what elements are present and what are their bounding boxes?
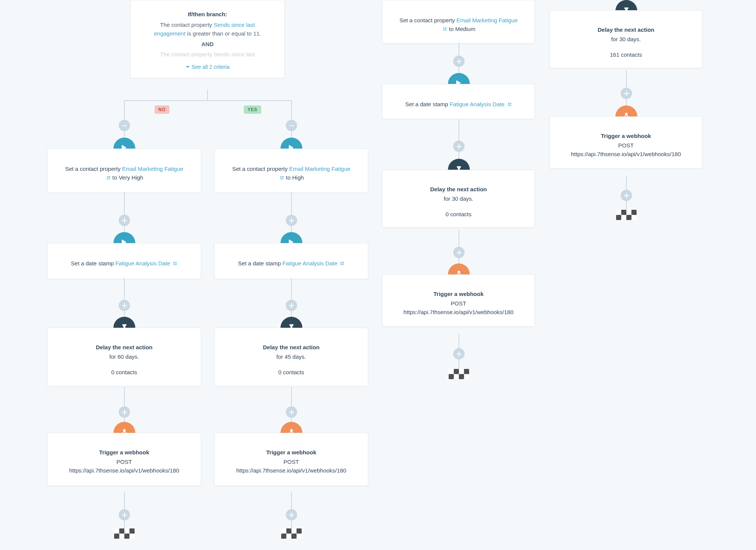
webhook-method: POST (63, 458, 186, 466)
action-set-date-stamp[interactable]: Set a date stamp Fatigue Analysis Date (47, 243, 201, 279)
end-icon (449, 369, 469, 379)
external-link-icon (173, 261, 177, 266)
delay-duration: for 30 days. (565, 35, 687, 44)
add-action-button[interactable] (286, 509, 297, 521)
link-fatigue-analysis-date[interactable]: Fatigue Analysis Date (115, 260, 170, 266)
delay-duration: for 45 days. (230, 353, 353, 361)
add-action-button[interactable] (453, 247, 465, 258)
action-set-property-very-high[interactable]: Set a contact property Email Marketing F… (47, 149, 201, 193)
connector (291, 278, 292, 319)
external-link-icon (443, 27, 447, 31)
link-email-marketing-fatigue[interactable]: Email Marketing Fatigue (289, 166, 350, 172)
add-action-button[interactable] (453, 56, 465, 67)
external-link-icon (106, 175, 111, 180)
connector (291, 192, 292, 234)
add-action-button[interactable] (453, 141, 465, 152)
connector (124, 100, 291, 101)
webhook-url: https://api.7thsense.io/api/v1/webhooks/… (63, 466, 186, 475)
webhook-method: POST (565, 141, 687, 150)
webhook-title: Trigger a webhook (230, 449, 353, 455)
contact-count: 0 contacts (63, 369, 186, 375)
add-action-button[interactable] (621, 190, 632, 201)
delay-title: Delay the next action (63, 344, 186, 350)
add-action-button[interactable] (119, 509, 130, 521)
action-delay-30[interactable]: Delay the next action for 30 days. 0 con… (382, 170, 535, 228)
webhook-title: Trigger a webhook (565, 133, 687, 139)
connector (124, 100, 125, 117)
delay-title: Delay the next action (230, 344, 353, 350)
delay-duration: for 30 days. (398, 195, 519, 203)
webhook-title: Trigger a webhook (398, 291, 519, 297)
add-action-button[interactable] (621, 88, 632, 99)
link-fatigue-analysis-date[interactable]: Fatigue Analysis Date (450, 101, 505, 107)
add-action-button[interactable] (286, 406, 297, 418)
chevron-down-icon (186, 65, 190, 69)
connector (207, 90, 208, 100)
connector (124, 192, 125, 234)
branch-no-badge: NO (155, 105, 169, 114)
webhook-url: https://api.7thsense.io/api/v1/webhooks/… (230, 466, 353, 475)
branch-yes-badge: YES (244, 105, 261, 114)
link-email-marketing-fatigue[interactable]: Email Marketing Fatigue (457, 17, 518, 23)
webhook-url: https://api.7thsense.io/api/v1/webhooks/… (398, 308, 519, 317)
branch-criteria-1: The contact property Sends since last en… (144, 20, 271, 38)
branch-card[interactable]: If/then branch: The contact property Sen… (130, 0, 285, 78)
webhook-method: POST (398, 299, 519, 308)
see-all-criteria[interactable]: See all 2 criteria (186, 64, 229, 70)
contact-count: 0 contacts (398, 211, 519, 217)
external-link-icon (507, 102, 512, 107)
action-webhook[interactable]: Trigger a webhook POST https://api.7thse… (382, 274, 535, 327)
action-webhook[interactable]: Trigger a webhook POST https://api.7thse… (550, 116, 702, 169)
add-action-button[interactable] (119, 300, 130, 311)
action-delay-60[interactable]: Delay the next action for 60 days. 0 con… (47, 328, 201, 386)
webhook-url: https://api.7thsense.io/api/v1/webhooks/… (565, 150, 687, 159)
action-webhook[interactable]: Trigger a webhook POST https://api.7thse… (47, 433, 201, 486)
webhook-title: Trigger a webhook (63, 449, 186, 455)
end-icon (114, 528, 135, 539)
webhook-method: POST (230, 458, 353, 466)
action-webhook[interactable]: Trigger a webhook POST https://api.7thse… (214, 433, 368, 486)
delay-duration: for 60 days. (63, 353, 186, 361)
connector (124, 117, 125, 139)
delay-title: Delay the next action (565, 26, 687, 33)
delay-title: Delay the next action (398, 186, 519, 192)
branch-criteria-2: The contact property Sends since last (144, 50, 271, 59)
add-action-button[interactable] (286, 300, 297, 311)
link-fatigue-analysis-date[interactable]: Fatigue Analysis Date (282, 260, 337, 266)
contact-count: 0 contacts (230, 369, 353, 375)
branch-and: AND (144, 40, 271, 48)
connector (291, 100, 292, 117)
add-action-button[interactable] (453, 348, 465, 359)
action-delay-30-d[interactable]: Delay the next action for 30 days. 161 c… (550, 10, 702, 68)
action-set-property-medium[interactable]: Set a contact property Email Marketing F… (382, 0, 535, 43)
end-icon (281, 528, 302, 539)
add-action-button[interactable] (119, 406, 130, 418)
action-delay-45[interactable]: Delay the next action for 45 days. 0 con… (214, 328, 368, 386)
branch-title: If/then branch: (144, 11, 271, 17)
external-link-icon (340, 261, 344, 266)
external-link-icon (280, 175, 284, 180)
contact-count: 161 contacts (565, 51, 687, 58)
action-set-date-stamp[interactable]: Set a date stamp Fatigue Analysis Date (214, 243, 368, 279)
add-action-button[interactable] (119, 215, 130, 226)
connector (291, 117, 292, 139)
end-icon (616, 210, 637, 220)
action-set-date-stamp[interactable]: Set a date stamp Fatigue Analysis Date (382, 84, 535, 119)
action-set-property-high[interactable]: Set a contact property Email Marketing F… (214, 149, 368, 193)
link-email-marketing-fatigue[interactable]: Email Marketing Fatigue (122, 166, 183, 172)
add-action-button[interactable] (286, 215, 297, 226)
connector (124, 278, 125, 319)
